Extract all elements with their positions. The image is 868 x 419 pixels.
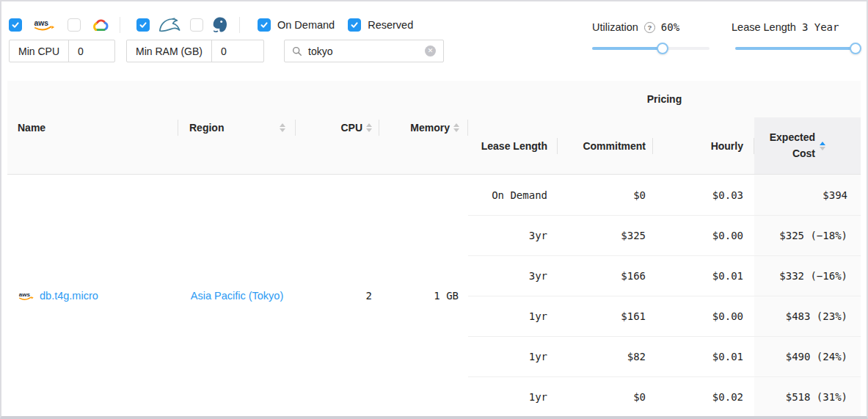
table-body: aws db.t4g.micro Asia Pacific (Tokyo) 2 … [7, 175, 861, 417]
svg-text:aws: aws [34, 19, 48, 27]
checkbox-filter-row: aws [9, 16, 413, 34]
sort-icon-active[interactable] [820, 142, 825, 150]
commitment-cell: $166 [558, 255, 653, 296]
svg-text:aws: aws [19, 291, 31, 298]
lease-length-cell: 1yr [468, 296, 558, 336]
column-header-name: Name [7, 81, 178, 174]
cpu-cell: 2 [296, 175, 379, 417]
aws-logo-icon: aws [32, 18, 56, 32]
commitment-cell: $0 [558, 376, 653, 417]
filter-toolbar: aws [1, 1, 867, 76]
expected-cost-cell: $394 [754, 175, 861, 215]
hourly-cell: $0.01 [653, 255, 754, 296]
hourly-cell: $0.00 [653, 296, 754, 336]
commitment-cell: $0 [558, 175, 653, 215]
commitment-cell: $325 [558, 215, 653, 255]
column-header-memory[interactable]: Memory [379, 81, 468, 174]
column-header-expected-cost[interactable]: Expected Cost [754, 117, 861, 174]
help-icon[interactable]: ? [644, 22, 655, 33]
utilization-slider[interactable] [592, 43, 710, 54]
table-header: Name Region CPU Memory Pricing Lease Len… [7, 81, 861, 175]
column-header-lease-length: Lease Length [468, 117, 558, 174]
sort-icon[interactable] [366, 123, 372, 132]
check-icon [139, 21, 147, 29]
hourly-cell: $0.00 [653, 215, 754, 255]
hourly-cell: $0.02 [653, 376, 754, 417]
expected-cost-cell: $483 (23%) [754, 296, 861, 336]
expected-cost-cell: $332 (−16%) [754, 255, 861, 296]
min-cpu-filter: Min CPU 0 [9, 40, 115, 62]
sort-icon[interactable] [280, 123, 285, 132]
slider-fill [592, 47, 663, 50]
lease-length-slider-handle[interactable] [850, 43, 861, 54]
app-window: aws [0, 0, 868, 419]
clear-search-icon[interactable]: ✕ [425, 45, 436, 57]
gcp-logo-icon [90, 18, 109, 32]
postgresql-filter-checkbox[interactable] [190, 18, 203, 32]
utilization-slider-handle[interactable] [657, 43, 668, 54]
lease-length-cell: On Demand [468, 175, 558, 215]
instance-name-link[interactable]: db.t4g.micro [40, 290, 98, 302]
min-ram-filter: Min RAM (GB) 0 [126, 40, 264, 62]
utilization-label: Utilization [592, 21, 638, 33]
sort-icon[interactable] [453, 123, 459, 132]
commitment-cell: $161 [558, 296, 653, 336]
check-icon [350, 21, 359, 29]
min-cpu-input[interactable]: 0 [69, 40, 114, 62]
on-demand-checkbox[interactable] [258, 18, 271, 32]
column-header-region[interactable]: Region [178, 81, 296, 174]
lease-length-cell: 3yr [468, 255, 558, 296]
search-icon [292, 46, 302, 57]
on-demand-label: On Demand [277, 19, 335, 31]
instances-table: Name Region CPU Memory Pricing Lease Len… [7, 81, 861, 417]
min-ram-label: Min RAM (GB) [127, 40, 212, 62]
lease-length-cell: 1yr [468, 336, 558, 376]
region-cell: Asia Pacific (Tokyo) [178, 175, 296, 417]
slider-fill [735, 47, 860, 50]
utilization-control: Utilization ? 60% [592, 21, 679, 33]
search-input[interactable]: tokyo ✕ [284, 40, 444, 62]
lease-length-cell: 1yr [468, 376, 558, 417]
check-icon [11, 21, 20, 29]
utilization-value: 60% [661, 21, 679, 33]
lease-length-label: Lease Length [732, 21, 796, 33]
region-link[interactable]: Asia Pacific (Tokyo) [191, 290, 284, 302]
column-header-cpu[interactable]: CPU [296, 81, 379, 174]
hourly-cell: $0.03 [653, 175, 754, 215]
min-ram-input[interactable]: 0 [212, 40, 263, 62]
hourly-cell: $0.01 [653, 336, 754, 376]
expected-cost-cell: $518 (31%) [754, 376, 861, 417]
lease-length-control: Lease Length 3 Year [732, 21, 839, 33]
memory-cell: 1 GB [379, 175, 468, 417]
check-icon [260, 21, 269, 29]
mysql-icon [158, 17, 181, 33]
expected-cost-cell: $490 (24%) [754, 336, 861, 376]
column-header-hourly: Hourly [653, 117, 754, 174]
toolbar-divider [120, 17, 120, 33]
lease-length-cell: 3yr [468, 215, 558, 255]
lease-length-slider[interactable] [735, 43, 860, 54]
instance-name-cell: aws db.t4g.micro [7, 175, 178, 417]
aws-logo-icon: aws [18, 291, 34, 302]
expected-cost-cell: $325 (−18%) [754, 215, 861, 255]
toolbar-divider [239, 17, 240, 33]
reserved-label: Reserved [368, 19, 413, 31]
postgresql-icon [211, 16, 229, 34]
column-header-commitment: Commitment [558, 117, 653, 174]
commitment-cell: $82 [558, 336, 653, 376]
search-value: tokyo [308, 45, 332, 57]
lease-length-value: 3 Year [802, 21, 839, 33]
pricing-group-header: Pricing [468, 81, 861, 117]
min-cpu-label: Min CPU [10, 40, 69, 62]
mysql-filter-checkbox[interactable] [136, 18, 150, 32]
aws-filter-checkbox[interactable] [9, 18, 22, 32]
gcp-filter-checkbox[interactable] [68, 18, 81, 32]
reserved-checkbox[interactable] [348, 18, 361, 32]
